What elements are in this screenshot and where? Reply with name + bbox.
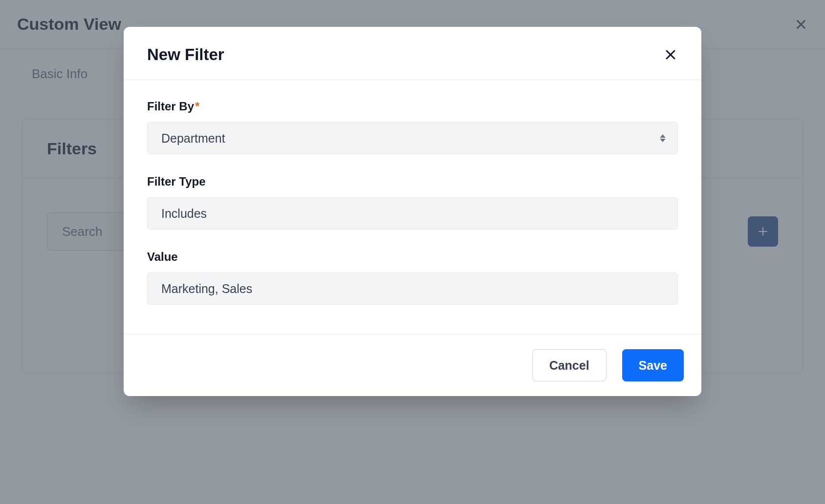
filter-by-value: Department (161, 131, 225, 146)
filter-by-label-text: Filter By (147, 100, 194, 113)
modal-header: New Filter (124, 27, 701, 80)
new-filter-modal: New Filter Filter By* Department (124, 27, 701, 396)
modal-body: Filter By* Department Filter T (124, 80, 701, 334)
filter-by-group: Filter By* Department (147, 100, 678, 154)
filter-by-label: Filter By* (147, 100, 678, 113)
value-group: Value Marketing, Sales (147, 250, 678, 305)
required-asterisk: * (195, 100, 199, 113)
filter-type-value: Includes (161, 207, 207, 221)
close-icon[interactable] (663, 47, 678, 62)
cancel-button[interactable]: Cancel (532, 349, 607, 381)
value-input[interactable]: Marketing, Sales (147, 273, 678, 305)
filter-by-select[interactable]: Department (147, 122, 678, 154)
svg-marker-6 (660, 134, 666, 138)
value-label: Value (147, 250, 678, 264)
filter-type-group: Filter Type Includes (147, 175, 678, 230)
filter-type-label: Filter Type (147, 175, 678, 189)
modal-footer: Cancel Save (124, 334, 701, 396)
sort-icon (660, 134, 666, 142)
modal-title: New Filter (147, 45, 224, 64)
value-value: Marketing, Sales (161, 282, 252, 296)
filter-type-input[interactable]: Includes (147, 197, 678, 230)
modal-overlay: New Filter Filter By* Department (0, 0, 825, 504)
save-button[interactable]: Save (622, 349, 684, 381)
svg-marker-7 (660, 139, 666, 142)
